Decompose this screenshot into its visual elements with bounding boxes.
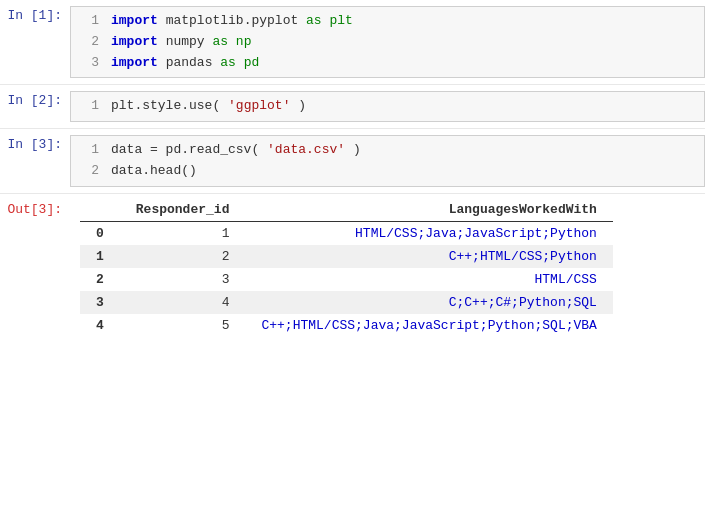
code-line-1-1: 1 import matplotlib.pyplot as plt: [79, 11, 696, 32]
output-content: Responder_id LanguagesWorkedWith 01HTML/…: [70, 198, 705, 337]
string-literal: 'data.csv': [267, 142, 345, 157]
module: matplotlib.pyplot: [166, 13, 306, 28]
as-keyword: as: [220, 55, 236, 70]
cell-2: In [2]: 1 plt.style.use( 'ggplot' ): [0, 85, 705, 129]
code-line-1-2: 2 import numpy as np: [79, 32, 696, 53]
notebook: In [1]: 1 import matplotlib.pyplot as pl…: [0, 0, 705, 506]
cell-1: In [1]: 1 import matplotlib.pyplot as pl…: [0, 0, 705, 85]
cell-responder-id: 4: [120, 291, 246, 314]
alias-name: plt: [329, 13, 352, 28]
code-obj: ): [353, 142, 361, 157]
keyword: import: [111, 34, 158, 49]
output-label: Out[3]:: [0, 198, 70, 337]
keyword: import: [111, 55, 158, 70]
code-text: plt.style.use( 'ggplot' ): [111, 96, 696, 117]
line-num: 1: [79, 11, 99, 32]
cell-content-2[interactable]: 1 plt.style.use( 'ggplot' ): [70, 91, 705, 122]
code-line-3-2: 2 data.head(): [79, 161, 696, 182]
cell-responder-id: 1: [120, 221, 246, 245]
cell-responder-id: 3: [120, 268, 246, 291]
cell-content-1[interactable]: 1 import matplotlib.pyplot as plt 2 impo…: [70, 6, 705, 78]
col-header-languages: LanguagesWorkedWith: [245, 198, 612, 222]
code-text: data = pd.read_csv( 'data.csv' ): [111, 140, 696, 161]
code-text: import pandas as pd: [111, 53, 696, 74]
line-num: 2: [79, 161, 99, 182]
row-index: 3: [80, 291, 120, 314]
code-text: import numpy as np: [111, 32, 696, 53]
alias-name: pd: [244, 55, 260, 70]
cell-languages: C++;HTML/CSS;Java;JavaScript;Python;SQL;…: [245, 314, 612, 337]
table-row: 45C++;HTML/CSS;Java;JavaScript;Python;SQ…: [80, 314, 613, 337]
code-line-2-1: 1 plt.style.use( 'ggplot' ): [79, 96, 696, 117]
cell-3: In [3]: 1 data = pd.read_csv( 'data.csv'…: [0, 129, 705, 194]
string-literal: 'ggplot': [228, 98, 290, 113]
line-num: 2: [79, 32, 99, 53]
line-num: 1: [79, 140, 99, 161]
as-keyword: as: [212, 34, 228, 49]
row-index: 2: [80, 268, 120, 291]
code-obj: plt.style.use(: [111, 98, 220, 113]
code-text: import matplotlib.pyplot as plt: [111, 11, 696, 32]
table-row: 23HTML/CSS: [80, 268, 613, 291]
alias-name: np: [236, 34, 252, 49]
row-index: 4: [80, 314, 120, 337]
table-row: 34C;C++;C#;Python;SQL: [80, 291, 613, 314]
table-row: 01HTML/CSS;Java;JavaScript;Python: [80, 221, 613, 245]
keyword: import: [111, 13, 158, 28]
cell-languages: HTML/CSS;Java;JavaScript;Python: [245, 221, 612, 245]
cell-content-3[interactable]: 1 data = pd.read_csv( 'data.csv' ) 2 dat…: [70, 135, 705, 187]
code-text: data.head(): [111, 161, 696, 182]
cell-label-1: In [1]:: [0, 6, 70, 78]
cell-languages: C++;HTML/CSS;Python: [245, 245, 612, 268]
code-line-1-3: 3 import pandas as pd: [79, 53, 696, 74]
module: pandas: [166, 55, 221, 70]
as-keyword: as: [306, 13, 322, 28]
line-num: 3: [79, 53, 99, 74]
cell-languages: HTML/CSS: [245, 268, 612, 291]
row-index: 0: [80, 221, 120, 245]
col-header-index: [80, 198, 120, 222]
col-header-responder-id: Responder_id: [120, 198, 246, 222]
code-obj: data = pd.read_csv(: [111, 142, 259, 157]
cell-label-3: In [3]:: [0, 135, 70, 187]
cell-languages: C;C++;C#;Python;SQL: [245, 291, 612, 314]
cell-label-2: In [2]:: [0, 91, 70, 122]
cell-responder-id: 5: [120, 314, 246, 337]
row-index: 1: [80, 245, 120, 268]
dataframe-table: Responder_id LanguagesWorkedWith 01HTML/…: [80, 198, 613, 337]
module: numpy: [166, 34, 213, 49]
code-line-3-1: 1 data = pd.read_csv( 'data.csv' ): [79, 140, 696, 161]
code-obj: data.head(): [111, 163, 197, 178]
cell-responder-id: 2: [120, 245, 246, 268]
table-row: 12C++;HTML/CSS;Python: [80, 245, 613, 268]
code-obj: ): [298, 98, 306, 113]
table-header-row: Responder_id LanguagesWorkedWith: [80, 198, 613, 222]
line-num: 1: [79, 96, 99, 117]
output-cell: Out[3]: Responder_id LanguagesWorkedWith…: [0, 194, 705, 341]
